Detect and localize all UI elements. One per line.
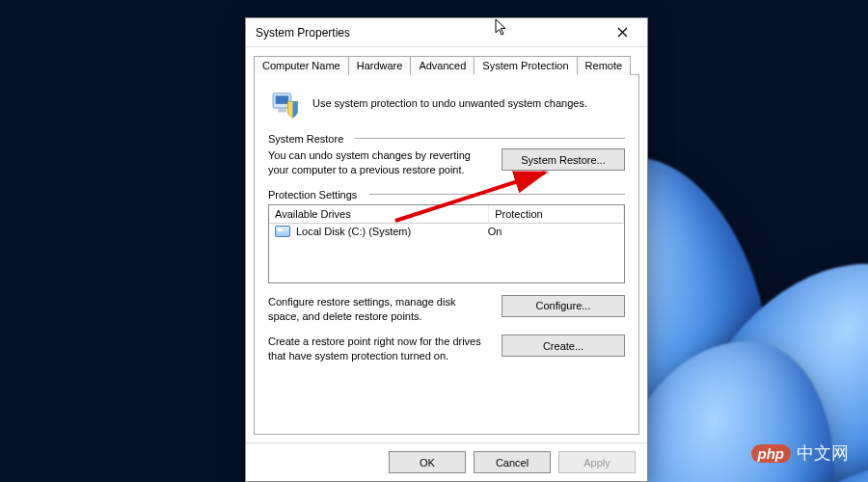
- tab-remote[interactable]: Remote: [577, 56, 632, 75]
- drive-icon: [275, 226, 290, 237]
- system-restore-button[interactable]: System Restore...: [502, 148, 625, 171]
- ok-button[interactable]: OK: [389, 451, 466, 473]
- close-button[interactable]: [605, 21, 639, 44]
- tab-panel: Use system protection to undo unwanted s…: [254, 74, 639, 435]
- intro-text: Use system protection to undo unwanted s…: [312, 96, 625, 111]
- drive-name: Local Disk (C:) (System): [296, 226, 411, 237]
- drives-table[interactable]: Available Drives Protection Local Disk (…: [268, 204, 625, 283]
- table-row[interactable]: Local Disk (C:) (System) On: [269, 224, 624, 239]
- column-available-drives: Available Drives: [269, 205, 489, 224]
- configure-button[interactable]: Configure...: [502, 295, 625, 317]
- drive-protection-status: On: [488, 226, 618, 237]
- restore-description: You can undo system changes by reverting…: [268, 148, 488, 177]
- dialog-button-row: OK Cancel Apply: [246, 442, 647, 481]
- svg-rect-1: [276, 95, 289, 104]
- watermark-badge: php: [751, 444, 792, 463]
- svg-rect-2: [278, 109, 286, 112]
- configure-description: Configure restore settings, manage disk …: [268, 295, 488, 324]
- tab-bar: Computer Name Hardware Advanced System P…: [246, 47, 647, 74]
- create-button[interactable]: Create...: [502, 335, 625, 357]
- watermark-text: 中文网: [797, 442, 849, 465]
- tab-computer-name[interactable]: Computer Name: [254, 56, 349, 75]
- tab-system-protection[interactable]: System Protection: [474, 56, 577, 75]
- titlebar[interactable]: System Properties: [246, 18, 647, 47]
- column-protection: Protection: [489, 205, 624, 224]
- cursor-icon: [495, 18, 510, 38]
- create-description: Create a restore point right now for the…: [268, 335, 488, 363]
- group-system-restore-label: System Restore: [268, 133, 625, 145]
- close-icon: [617, 27, 628, 38]
- system-protection-icon: [268, 87, 301, 120]
- tab-hardware[interactable]: Hardware: [348, 56, 412, 75]
- system-properties-window: System Properties Computer Name Hardware…: [245, 17, 648, 482]
- apply-button[interactable]: Apply: [558, 451, 636, 473]
- watermark: php 中文网: [751, 442, 850, 465]
- cancel-button[interactable]: Cancel: [474, 451, 551, 473]
- tab-advanced[interactable]: Advanced: [410, 56, 475, 75]
- window-title: System Properties: [256, 26, 350, 40]
- group-protection-settings-label: Protection Settings: [268, 189, 625, 201]
